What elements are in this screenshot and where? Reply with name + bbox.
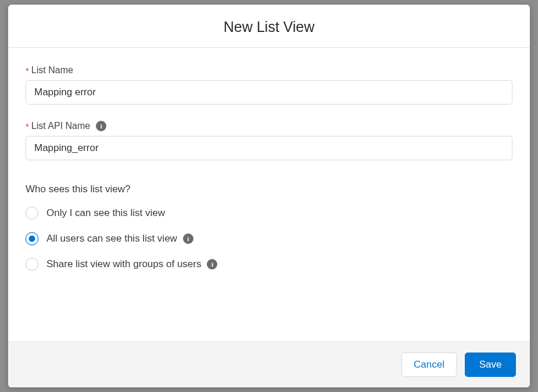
radio-label-only-me: Only I can see this list view <box>46 207 165 219</box>
radio-label-all-users: All users can see this list view <box>46 233 177 244</box>
new-list-view-modal: New List View * List Name * List API Nam… <box>8 5 530 387</box>
list-api-name-label: List API Name <box>31 121 90 131</box>
required-asterisk-icon: * <box>26 121 29 131</box>
list-api-name-label-row: * List API Name i <box>26 121 512 131</box>
list-api-name-input[interactable] <box>26 136 512 160</box>
list-name-group: * List Name <box>26 65 512 105</box>
radio-icon <box>26 207 38 220</box>
modal-footer: Cancel Save <box>8 341 530 387</box>
list-name-label-row: * List Name <box>26 65 512 75</box>
radio-label-groups: Share list view with groups of users <box>46 258 201 270</box>
radio-option-all-users[interactable]: All users can see this list view i <box>26 232 512 245</box>
list-api-name-group: * List API Name i <box>26 121 512 160</box>
list-name-label: List Name <box>31 65 73 75</box>
save-button[interactable]: Save <box>465 353 516 377</box>
info-icon[interactable]: i <box>96 121 106 131</box>
visibility-heading: Who sees this list view? <box>26 184 512 195</box>
cancel-button[interactable]: Cancel <box>401 353 457 377</box>
radio-icon <box>26 232 38 245</box>
modal-title: New List View <box>20 19 518 35</box>
radio-option-groups[interactable]: Share list view with groups of users i <box>26 258 512 271</box>
radio-icon <box>26 258 38 271</box>
info-icon[interactable]: i <box>183 233 193 244</box>
list-name-input[interactable] <box>26 80 512 105</box>
visibility-radio-group: Only I can see this list view All users … <box>26 207 512 271</box>
info-icon[interactable]: i <box>207 259 217 269</box>
required-asterisk-icon: * <box>26 66 29 75</box>
modal-body: * List Name * List API Name i Who sees t… <box>8 48 530 341</box>
radio-option-only-me[interactable]: Only I can see this list view <box>26 207 512 220</box>
modal-header: New List View <box>8 5 530 48</box>
